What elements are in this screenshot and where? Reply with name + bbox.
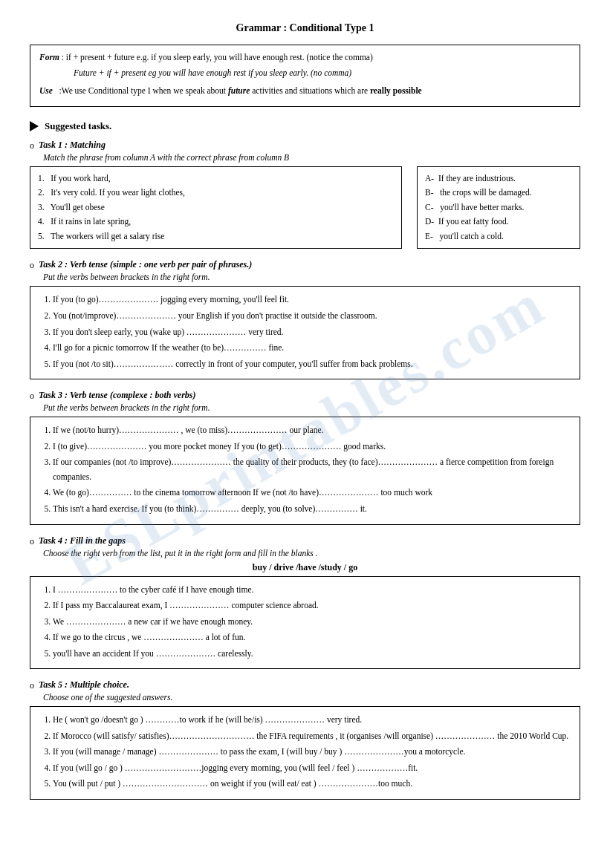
task5-section: o Task 5 : Multiple choice. Choose one o… (30, 679, 580, 800)
task2-item-1: If you (to go)………………… jogging every morn… (53, 293, 571, 307)
task4-subtitle: Choose the right verb from the list, put… (43, 549, 580, 558)
task4-box: I ………………… to the cyber café if I have en… (30, 576, 580, 670)
task4-item-4: If we go to the circus , we ………………… a lo… (53, 630, 571, 645)
triangle-icon (30, 121, 39, 131)
suggested-tasks-label: Suggested tasks. (45, 120, 111, 132)
task2-header: o Task 2 : Verb tense (simple : one verb… (30, 259, 580, 271)
task1-title: Task 1 : Matching (39, 140, 106, 151)
task2-subtitle: Put the verbs between brackets in the ri… (43, 273, 580, 281)
task2-box: If you (to go)………………… jogging every morn… (30, 286, 580, 379)
task3-title: Task 3 : Verb tense (complexe : both ver… (39, 390, 196, 401)
use-line: Use :We use Conditional type I when we s… (39, 85, 571, 97)
task2-item-2: You (not/improve)………………… your English if… (53, 309, 571, 324)
form-line2: Future + if + present eg you will have e… (39, 67, 571, 79)
form-text2: Future + if + present eg you will have e… (74, 68, 351, 77)
page-title: Grammar : Conditional Type 1 (30, 22, 580, 34)
task5-item-1: He ( won't go /doesn't go ) …………to work … (53, 713, 571, 728)
task4-word-list: buy / drive /have /study / go (30, 562, 580, 573)
task1-header: o Task 1 : Matching (30, 140, 580, 151)
task3-item-1: If we (not/to hurry)………………… , we (to mis… (53, 423, 571, 438)
task5-title: Task 5 : Multiple choice. (39, 679, 129, 691)
task2-item-3: If you don't sleep early, you (wake up) … (53, 325, 571, 340)
task4-header: o Task 4 : Fill in the gaps (30, 535, 580, 547)
task5-box: He ( won't go /doesn't go ) …………to work … (30, 706, 580, 800)
task2-item-5: If you (not /to sit)………………… correctly in… (53, 357, 571, 372)
task4-section: o Task 4 : Fill in the gaps Choose the r… (30, 535, 580, 670)
col-b-item-c: C- you'll have better marks. (425, 200, 572, 215)
task4-item-5: you'll have an accident If you ………………… c… (53, 647, 571, 662)
col-a-item-2: 2. It's very cold. If you wear light clo… (38, 186, 394, 200)
task5-header: o Task 5 : Multiple choice. (30, 679, 580, 691)
task3-header: o Task 3 : Verb tense (complexe : both v… (30, 390, 580, 402)
col-b-item-b: B- the crops will be damaged. (425, 186, 572, 200)
col-a-item-1: 1. If you work hard, (38, 172, 394, 186)
task5-item-4: If you (will go / go ) ………………………jogging … (53, 761, 571, 776)
task3-item-2: I (to give)………………… you more pocket money… (53, 440, 571, 454)
bullet2: o (30, 260, 34, 271)
task4-item-1: I ………………… to the cyber café if I have en… (53, 583, 571, 598)
intro-box: Form : if + present + future e.g. if you… (30, 45, 580, 107)
task3-item-5: This isn't a hard exercise. If you (to t… (53, 502, 571, 517)
task3-item-4: We (to go)…………… to the cinema tomorrow a… (53, 486, 571, 500)
form-text1: : if + present + future e.g. if you slee… (62, 53, 373, 62)
form-label: Form (39, 53, 59, 62)
col-a-item-5: 5. The workers will get a salary rise (38, 229, 394, 244)
task5-list: He ( won't go /doesn't go ) …………to work … (39, 713, 571, 792)
task2-section: o Task 2 : Verb tense (simple : one verb… (30, 259, 580, 379)
task1-section: o Task 1 : Matching Match the phrase fro… (30, 140, 580, 249)
task1-col-b: A- If they are industrious. B- the crops… (417, 166, 580, 249)
bullet5: o (30, 680, 34, 691)
bullet3: o (30, 391, 34, 402)
col-b-item-a: A- If they are industrious. (425, 172, 572, 186)
task2-list: If you (to go)………………… jogging every morn… (39, 293, 571, 371)
task5-item-3: If you (will manage / manage) ………………… to… (53, 745, 571, 760)
col-b-item-e: E- you'll catch a cold. (425, 229, 572, 244)
task2-title: Task 2 : Verb tense (simple : one verb p… (39, 259, 252, 270)
task3-item-3: If our companies (not /to improve)………………… (53, 455, 571, 484)
bullet4: o (30, 536, 34, 547)
task3-section: o Task 3 : Verb tense (complexe : both v… (30, 390, 580, 524)
form-line1: Form : if + present + future e.g. if you… (39, 51, 571, 64)
task1-col-a: 1. If you work hard, 2. It's very cold. … (30, 166, 402, 249)
task3-subtitle: Put the verbs between brackets in the ri… (43, 403, 580, 412)
use-label: Use (39, 86, 53, 95)
col-b-item-d: D- If you eat fatty food. (425, 215, 572, 229)
task1-matching: 1. If you work hard, 2. It's very cold. … (30, 166, 580, 249)
suggested-tasks-heading: Suggested tasks. (30, 120, 580, 132)
task4-item-2: If I pass my Baccalaureat exam, I ………………… (53, 598, 571, 613)
task4-title: Task 4 : Fill in the gaps (39, 535, 126, 546)
col-a-item-4: 4. If it rains in late spring, (38, 215, 394, 229)
task5-item-2: If Morocco (will satisfy/ satisfies)…………… (53, 729, 571, 744)
col-a-item-3: 3. You'll get obese (38, 200, 394, 215)
task2-item-4: I'll go for a picnic tomorrow If the wea… (53, 341, 571, 356)
task4-item-3: We ………………… a new car if we have enough m… (53, 615, 571, 630)
task5-subtitle: Choose one of the suggested answers. (43, 693, 580, 702)
task3-box: If we (not/to hurry)………………… , we (to mis… (30, 417, 580, 524)
bullet1: o (30, 140, 34, 151)
task4-list: I ………………… to the cyber café if I have en… (39, 583, 571, 662)
task3-list: If we (not/to hurry)………………… , we (to mis… (39, 423, 571, 516)
task5-item-5: You (will put / put ) ………………………… on weig… (53, 777, 571, 792)
task1-subtitle: Match the phrase from column A with the … (43, 153, 580, 162)
